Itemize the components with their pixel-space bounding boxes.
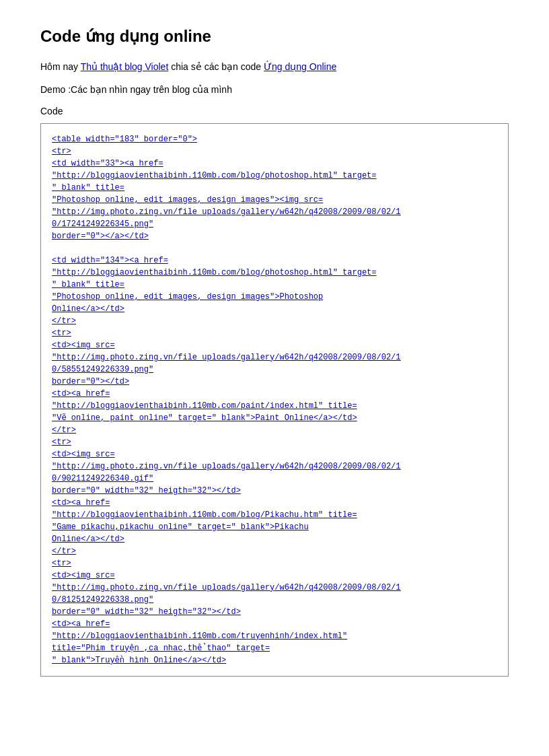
link-ung-dung-online[interactable]: Ứng dụng Online [264, 61, 336, 72]
intro-prefix: Hôm nay [40, 61, 81, 72]
code-block: <table width="183" border="0"> <tr> <td … [40, 123, 509, 677]
intro-middle: chia sẻ các bạn code [168, 61, 264, 72]
page-title: Code ứng dụng online [40, 27, 509, 46]
code-link[interactable]: <table width="183" border="0"> <tr> <td … [52, 135, 401, 665]
code-label: Code [40, 106, 509, 116]
link-thuat-blog[interactable]: Thủ thuật blog Violet [81, 61, 169, 72]
intro-paragraph: Hôm nay Thủ thuật blog Violet chia sẻ cá… [40, 59, 509, 74]
demo-text: Demo :Các bạn nhìn ngay trên blog của mì… [40, 82, 509, 97]
